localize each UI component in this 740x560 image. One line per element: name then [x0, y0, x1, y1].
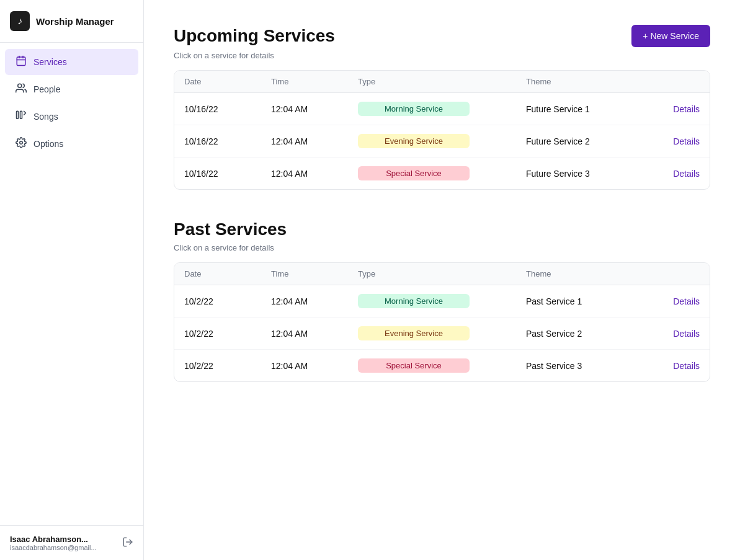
past-table: Date Time Type Theme 10/2/22 12:04 AM Mo… [174, 262, 710, 382]
past-table-header: Date Time Type Theme [174, 263, 710, 285]
upcoming-subtitle: Click on a service for details [174, 51, 710, 60]
sidebar-item-songs-label: Songs [33, 112, 58, 122]
past-row-2-time: 12:04 AM [271, 329, 358, 339]
past-row-2[interactable]: 10/2/22 12:04 AM Evening Service Past Se… [174, 318, 710, 350]
past-row-1-date: 10/2/22 [184, 296, 271, 306]
col-type-past: Type [358, 269, 526, 278]
sidebar-footer: Isaac Abrahamson... isaacdabrahamson@gma… [0, 525, 143, 560]
svg-point-4 [18, 84, 22, 87]
past-row-2-type: Evening Service [358, 326, 470, 340]
main-content: Upcoming Services + New Service Click on… [144, 0, 740, 560]
sidebar-item-options[interactable]: Options [5, 131, 138, 157]
sidebar-item-songs[interactable]: Songs [5, 104, 138, 130]
user-name: Isaac Abrahamson... [10, 535, 97, 544]
sidebar-item-options-label: Options [33, 139, 63, 149]
upcoming-section: Upcoming Services + New Service Click on… [174, 25, 710, 190]
user-info: Isaac Abrahamson... isaacdabrahamson@gma… [10, 535, 97, 551]
col-theme-past: Theme [526, 269, 650, 278]
past-row-3-type: Special Service [358, 358, 470, 373]
upcoming-row-2-theme: Future Service 2 [526, 136, 650, 146]
upcoming-row-3-date: 10/16/22 [184, 169, 271, 179]
upcoming-row-2-details[interactable]: Details [650, 136, 700, 146]
svg-rect-0 [17, 57, 25, 66]
options-icon [15, 137, 27, 151]
app-icon: ♪ [10, 11, 30, 31]
user-email: isaacdabrahamson@gmail... [10, 544, 97, 551]
sidebar-header: ♪ Worship Manager [0, 0, 143, 43]
col-type-upcoming: Type [358, 77, 526, 86]
col-date-upcoming: Date [184, 77, 271, 86]
col-action-upcoming [650, 77, 700, 86]
past-row-1-details[interactable]: Details [650, 296, 700, 306]
past-row-3[interactable]: 10/2/22 12:04 AM Special Service Past Se… [174, 350, 710, 381]
sidebar-item-services-label: Services [33, 57, 67, 67]
upcoming-row-3-type: Special Service [358, 166, 470, 180]
past-row-2-theme: Past Service 2 [526, 329, 650, 339]
sidebar-item-services[interactable]: Services [5, 49, 138, 75]
col-time-past: Time [271, 269, 358, 278]
upcoming-row-3[interactable]: 10/16/22 12:04 AM Special Service Future… [174, 158, 710, 189]
svg-rect-5 [17, 111, 19, 118]
upcoming-row-3-time: 12:04 AM [271, 169, 358, 179]
col-theme-upcoming: Theme [526, 77, 650, 86]
services-icon [15, 55, 27, 69]
new-service-button[interactable]: + New Service [631, 25, 710, 47]
past-row-1-theme: Past Service 1 [526, 296, 650, 306]
app-title: Worship Manager [36, 16, 114, 27]
past-row-1-type: Morning Service [358, 294, 470, 308]
sidebar-item-people-label: People [33, 84, 61, 94]
songs-icon [15, 110, 27, 123]
col-date-past: Date [184, 269, 271, 278]
upcoming-row-3-theme: Future Service 3 [526, 169, 650, 179]
past-title: Past Services [174, 220, 287, 239]
logout-icon[interactable] [122, 536, 133, 550]
sidebar-nav: Services People Songs Options [0, 43, 143, 525]
col-time-upcoming: Time [271, 77, 358, 86]
past-row-2-details[interactable]: Details [650, 329, 700, 339]
svg-point-7 [20, 141, 23, 144]
upcoming-row-3-details[interactable]: Details [650, 169, 700, 179]
upcoming-row-2-time: 12:04 AM [271, 136, 358, 146]
past-row-3-theme: Past Service 3 [526, 361, 650, 371]
upcoming-row-2-type: Evening Service [358, 134, 470, 148]
upcoming-row-2-date: 10/16/22 [184, 136, 271, 146]
upcoming-table: Date Time Type Theme 10/16/22 12:04 AM M… [174, 70, 710, 190]
upcoming-title: Upcoming Services [174, 26, 335, 46]
sidebar: ♪ Worship Manager Services People Songs [0, 0, 144, 560]
upcoming-header: Upcoming Services + New Service [174, 25, 710, 47]
past-row-3-time: 12:04 AM [271, 361, 358, 371]
past-row-1-time: 12:04 AM [271, 296, 358, 306]
past-row-3-details[interactable]: Details [650, 361, 700, 371]
past-subtitle: Click on a service for details [174, 243, 710, 252]
upcoming-row-1-time: 12:04 AM [271, 104, 358, 114]
past-row-2-date: 10/2/22 [184, 329, 271, 339]
upcoming-row-1-theme: Future Service 1 [526, 104, 650, 114]
past-section: Past Services Click on a service for det… [174, 220, 710, 382]
past-row-3-date: 10/2/22 [184, 361, 271, 371]
col-action-past [650, 269, 700, 278]
upcoming-row-2[interactable]: 10/16/22 12:04 AM Evening Service Future… [174, 125, 710, 158]
svg-rect-6 [20, 111, 22, 118]
people-icon [15, 82, 27, 96]
past-row-1[interactable]: 10/2/22 12:04 AM Morning Service Past Se… [174, 285, 710, 318]
upcoming-row-1[interactable]: 10/16/22 12:04 AM Morning Service Future… [174, 93, 710, 125]
upcoming-row-1-details[interactable]: Details [650, 104, 700, 114]
upcoming-row-1-type: Morning Service [358, 102, 470, 116]
upcoming-table-header: Date Time Type Theme [174, 71, 710, 93]
past-header: Past Services [174, 220, 710, 239]
sidebar-item-people[interactable]: People [5, 76, 138, 102]
upcoming-row-1-date: 10/16/22 [184, 104, 271, 114]
